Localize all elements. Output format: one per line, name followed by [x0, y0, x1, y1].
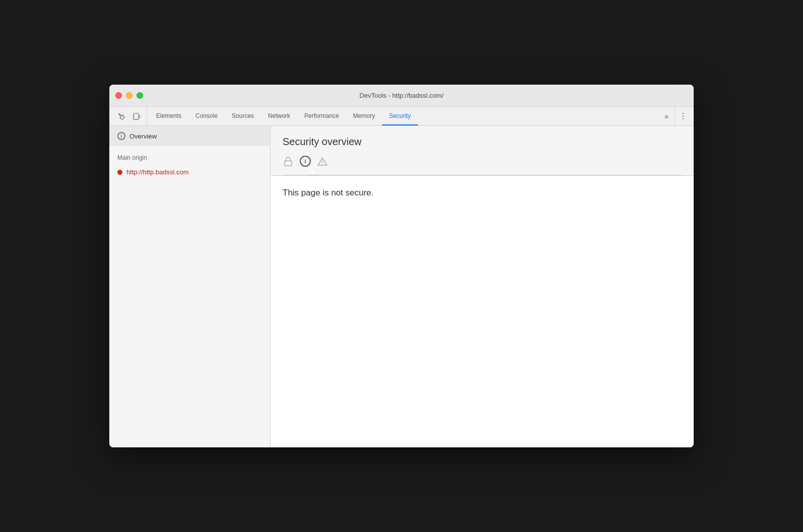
tab-memory[interactable]: Memory	[346, 107, 382, 125]
device-icon[interactable]	[130, 110, 143, 122]
menu-button[interactable]: ⋮	[679, 111, 688, 121]
lock-icon	[283, 156, 294, 167]
title-bar: DevTools - http://badssl.com/	[109, 85, 694, 107]
minimize-button[interactable]	[126, 92, 132, 99]
info-circle-icon[interactable]: i	[300, 156, 311, 167]
svg-point-5	[322, 164, 323, 165]
inspector-icon[interactable]	[115, 110, 127, 122]
close-button[interactable]	[115, 92, 122, 99]
svg-rect-2	[140, 115, 140, 118]
overview-label: Overview	[129, 132, 157, 140]
overview-item[interactable]: i Overview	[109, 126, 270, 146]
not-secure-message: This page is not secure.	[283, 188, 682, 198]
tab-performance[interactable]: Performance	[297, 107, 346, 125]
traffic-lights	[115, 92, 143, 99]
sidebar: i Overview Main origin http://http.badss…	[109, 126, 271, 447]
main-origin-title: Main origin	[117, 154, 262, 161]
security-overview-header: Security overview i	[271, 126, 694, 175]
main-content: i Overview Main origin http://http.badss…	[109, 126, 694, 447]
tab-console[interactable]: Console	[188, 107, 225, 125]
origin-link[interactable]: http://http.badssl.com	[126, 168, 189, 176]
tab-list: Elements Console Sources Network Perform…	[149, 107, 660, 125]
main-origin-section: Main origin http://http.badssl.com	[109, 146, 270, 182]
svg-rect-1	[135, 119, 137, 120]
security-title: Security overview	[283, 136, 682, 148]
security-panel: Security overview i	[271, 126, 694, 447]
tab-overflow-button[interactable]: »	[660, 107, 673, 125]
origin-item[interactable]: http://http.badssl.com	[117, 166, 262, 178]
tab-sources[interactable]: Sources	[225, 107, 261, 125]
maximize-button[interactable]	[137, 92, 143, 99]
warning-icon	[317, 156, 328, 167]
toolbar-icons	[111, 107, 147, 125]
svg-rect-3	[285, 161, 292, 166]
toolbar: Elements Console Sources Network Perform…	[109, 107, 694, 126]
tab-network[interactable]: Network	[261, 107, 297, 125]
devtools-window: DevTools - http://badssl.com/ Elements	[109, 85, 694, 447]
panel-arrow	[309, 169, 317, 174]
tab-security[interactable]: Security	[382, 107, 418, 125]
insecure-dot	[117, 170, 122, 175]
window-title: DevTools - http://badssl.com/	[360, 92, 444, 99]
svg-rect-0	[133, 113, 139, 119]
security-icons-row: i	[283, 156, 682, 169]
info-icon: i	[117, 132, 125, 140]
tab-elements[interactable]: Elements	[149, 107, 188, 125]
security-content: This page is not secure.	[271, 175, 694, 447]
toolbar-right: ⋮	[675, 107, 692, 125]
